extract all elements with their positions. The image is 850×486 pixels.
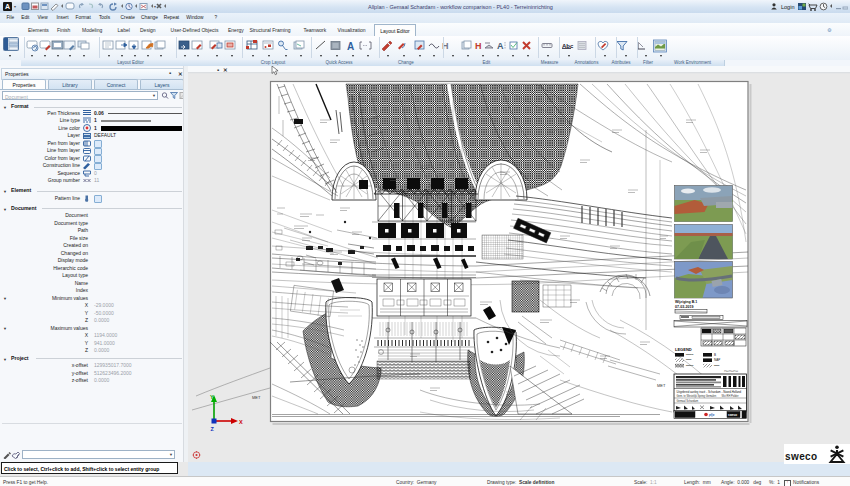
svg-text:NAP: NAP bbox=[714, 358, 720, 362]
svg-text:A: A bbox=[497, 41, 504, 51]
svg-text:━━━: ━━━ bbox=[713, 364, 720, 368]
svg-text:▪: ▪ bbox=[217, 67, 219, 73]
svg-text:A: A bbox=[347, 41, 354, 52]
svg-text:━━━━: ━━━━ bbox=[685, 353, 693, 357]
svg-text:sweco: sweco bbox=[728, 413, 737, 417]
svg-text:Gemaal Schardam: Gemaal Schardam bbox=[677, 399, 699, 403]
svg-text:Wijziging B.1: Wijziging B.1 bbox=[675, 300, 697, 304]
svg-text:Uitgebreid aanleg tracé - Scha: Uitgebreid aanleg tracé - Schardam - Noo… bbox=[677, 390, 742, 394]
svg-text:pfje: pfje bbox=[708, 413, 715, 417]
svg-text:━━━━: ━━━━ bbox=[685, 364, 693, 368]
svg-text:━━━: ━━━ bbox=[685, 358, 692, 362]
svg-text:⊓⊔⊓⊔⊓⊔: ⊓⊔⊓⊔⊓⊔ bbox=[724, 369, 738, 373]
svg-text:H: H bbox=[475, 41, 482, 51]
svg-text:✕: ✕ bbox=[223, 67, 228, 73]
svg-text:07-03-2019: 07-03-2019 bbox=[675, 305, 693, 309]
svg-text:MET: MET bbox=[657, 383, 666, 388]
svg-text:Abc: Abc bbox=[562, 43, 574, 49]
svg-text:Gem. te Westelijk Spring Gemal: Gem. te Westelijk Spring Gemalen Wst RH … bbox=[677, 394, 739, 398]
svg-text:LEGEND: LEGEND bbox=[675, 347, 692, 352]
svg-text:X: X bbox=[239, 419, 243, 425]
svg-text:Z: Z bbox=[211, 426, 215, 432]
svg-text:Y: Y bbox=[210, 394, 214, 400]
svg-text:MET: MET bbox=[252, 395, 261, 400]
svg-text:B: B bbox=[714, 353, 716, 357]
